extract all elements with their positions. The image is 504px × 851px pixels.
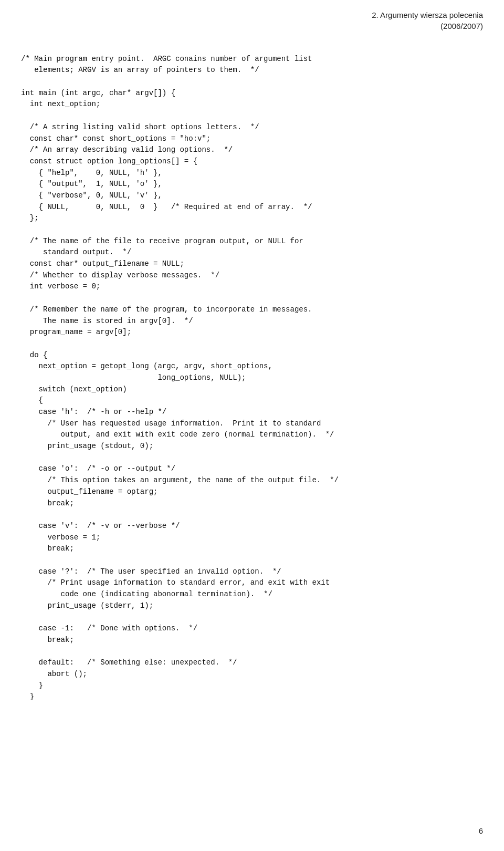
code-line-9: /* An array describing valid long option…	[21, 146, 233, 154]
code-line-57: }	[21, 692, 34, 701]
page-header: 2. Argumenty wiersza polecenia (2006/200…	[0, 0, 504, 37]
code-line-31: {	[21, 396, 43, 404]
code-line-49: print_usage (stderr, 1);	[21, 601, 153, 610]
code-line-42: case 'v': /* -v or --verbose */	[21, 522, 180, 530]
code-line-20: /* Whether to display verbose messages. …	[21, 271, 219, 279]
code-line-33: /* User has requested usage information.…	[21, 419, 321, 428]
code-line-21: int verbose = 0;	[21, 282, 100, 290]
code-line-18: standard output. */	[21, 248, 131, 256]
code-line-30: switch (next_option)	[21, 385, 127, 393]
header-line2: (2006/2007)	[440, 22, 483, 30]
code-line-5: int next_option;	[21, 100, 100, 108]
code-line-56: }	[21, 681, 43, 690]
code-line-43: verbose = 1;	[21, 533, 100, 542]
code-line-23: /* Remember the name of the program, to …	[21, 305, 312, 314]
code-line-37: case 'o': /* -o or --output */	[21, 464, 175, 473]
code-line-11: { "help", 0, NULL, 'h' },	[21, 169, 162, 177]
code-line-25: program_name = argv[0];	[21, 328, 131, 336]
code-line-38: /* This option takes an argument, the na…	[21, 476, 339, 484]
code-line-27: do {	[21, 351, 47, 359]
code-line-54: default: /* Something else: unexpected. …	[21, 658, 237, 667]
code-line-12: { "output", 1, NULL, 'o' },	[21, 180, 162, 188]
code-line-51: case -1: /* Done with options. */	[21, 624, 197, 632]
code-line-52: break;	[21, 636, 74, 644]
code-line-32: case 'h': /* -h or --help */	[21, 408, 166, 416]
code-line-40: break;	[21, 499, 74, 507]
code-line-28: next_option = getopt_long (argc, argv, s…	[21, 362, 272, 370]
code-line-39: output_filename = optarg;	[21, 487, 158, 496]
code-block: /* Main program entry point. ARGC conain…	[21, 42, 483, 714]
code-line-55: abort ();	[21, 670, 87, 678]
code-line-44: break;	[21, 544, 74, 553]
code-line-34: output, and exit with exit code zero (no…	[21, 430, 334, 439]
code-line-29: long_options, NULL);	[21, 373, 246, 382]
code-line-35: print_usage (stdout, 0);	[21, 442, 153, 450]
code-line-47: /* Print usage information to standard e…	[21, 578, 330, 587]
header-line1: 2. Argumenty wiersza polecenia	[372, 11, 483, 19]
code-line-48: code one (indicating abonormal terminati…	[21, 590, 272, 598]
content-area: /* Main program entry point. ARGC conain…	[0, 37, 504, 735]
code-line-7: /* A string listing valid short options …	[21, 123, 259, 131]
code-line-10: const struct option long_options[] = {	[21, 157, 197, 165]
code-line-46: case '?': /* The user specified an inval…	[21, 567, 281, 576]
code-line-24: The name is stored in argv[0]. */	[21, 317, 193, 325]
code-line-17: /* The name of the file to receive progr…	[21, 237, 303, 245]
code-line-4: int main (int argc, char* argv[]) {	[21, 89, 175, 97]
code-line-14: { NULL, 0, NULL, 0 } /* Required at end …	[21, 203, 312, 211]
code-line-2: elements; ARGV is an array of pointers t…	[21, 66, 259, 74]
code-line-1: /* Main program entry point. ARGC conain…	[21, 55, 312, 63]
page-number: 6	[479, 826, 483, 835]
code-line-15: };	[21, 214, 39, 222]
code-line-13: { "verbose", 0, NULL, 'v' },	[21, 191, 162, 200]
code-line-8: const char* const short_options = "ho:v"…	[21, 134, 211, 143]
code-line-19: const char* output_filename = NULL;	[21, 260, 184, 268]
